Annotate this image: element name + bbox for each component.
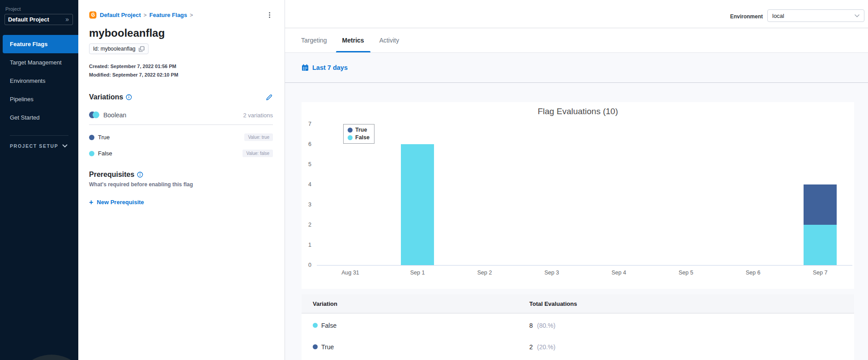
col-header-variation: Variation (313, 300, 337, 307)
flag-evaluations-chart: Flag Evaluations (10) True False 0123456 (302, 102, 854, 289)
false-color-dot (313, 323, 318, 328)
date-range-row: Last 7 days (285, 53, 868, 83)
new-prerequisite-button[interactable]: + New Prerequisite (89, 199, 273, 206)
project-setup-label: PROJECT SETUP (10, 143, 58, 149)
boolean-type-icon (89, 111, 100, 119)
x-axis-tick: Sep 2 (477, 270, 492, 276)
expand-project-icon: » (65, 16, 69, 23)
environment-label: Environment (730, 13, 763, 20)
bar-false-sep-7 (804, 225, 837, 265)
x-axis-tick: Sep 7 (813, 270, 828, 276)
new-prerequisite-label: New Prerequisite (97, 199, 144, 206)
variations-header: Variations (89, 93, 273, 101)
table-header-row: Variation Total Evaluations (302, 294, 854, 313)
sidebar-item-feature-flags[interactable]: Feature Flags (3, 35, 78, 53)
x-axis-tick: Aug 31 (341, 270, 359, 276)
evaluations-table: Variation Total Evaluations False 8 (80.… (302, 294, 854, 360)
x-axis-tick: Sep 5 (679, 270, 694, 276)
breadcrumb-separator: > (144, 12, 147, 18)
variation-value-badge: Value: false (243, 150, 273, 157)
variations-heading: Variations (89, 93, 123, 101)
flag-title: mybooleanflag (89, 27, 273, 39)
sidebar-item-environments[interactable]: Environments (0, 72, 78, 90)
variation-count: 2 variations (243, 112, 273, 119)
date-range-label: Last 7 days (312, 64, 348, 71)
variation-name: False (98, 150, 112, 157)
variation-row-true: True Value: true (89, 133, 273, 141)
edit-variations-icon[interactable] (265, 94, 273, 101)
true-legend-dot (348, 128, 353, 133)
sidebar-item-get-started[interactable]: Get Started (0, 108, 78, 127)
y-axis-tick: 0 (302, 262, 311, 268)
chevron-down-icon (62, 144, 68, 148)
variation-name: True (98, 134, 110, 141)
project-selector-value: Default Project (8, 16, 49, 23)
tab-targeting[interactable]: Targeting (295, 28, 333, 52)
flag-created: Created: September 7, 2022 01:56 PM (89, 62, 273, 71)
bar-true-sep-7 (804, 184, 837, 225)
row-variation-name: False (321, 322, 336, 329)
x-axis-tick: Sep 1 (410, 270, 425, 276)
chart-plot-area: True False 01234567Aug 31Sep 1Sep 2Sep 3… (302, 102, 854, 289)
chevron-down-icon (855, 14, 859, 17)
main-area: Environment local Targeting Metrics Acti… (285, 0, 868, 360)
app-window: Project Default Project » Feature Flags … (0, 0, 868, 360)
plus-icon: + (89, 199, 93, 206)
tab-activity[interactable]: Activity (373, 28, 405, 52)
y-axis-tick: 2 (302, 222, 311, 228)
info-icon[interactable] (137, 171, 143, 178)
x-axis-tick: Sep 3 (545, 270, 559, 276)
calendar-icon (302, 64, 309, 71)
project-label: Project (5, 6, 78, 12)
variation-row-false: False Value: false (89, 150, 273, 157)
flag-id-chip: Id: mybooleanflag (89, 43, 149, 54)
environment-value: local (772, 13, 784, 19)
row-percent: (20.%) (537, 343, 555, 351)
variation-value-badge: Value: true (244, 133, 273, 141)
project-setup-toggle[interactable]: PROJECT SETUP (0, 143, 78, 149)
sidebar-item-pipelines[interactable]: Pipelines (0, 90, 78, 108)
legend-item-false[interactable]: False (348, 134, 370, 141)
false-legend-dot (348, 135, 353, 140)
tab-bar: Targeting Metrics Activity (285, 28, 868, 53)
feature-flags-module-icon (89, 11, 97, 19)
false-color-dot (89, 151, 94, 156)
metrics-content: Flag Evaluations (10) True False 0123456 (285, 83, 868, 360)
row-percent: (80.%) (537, 322, 555, 329)
environment-bar: Environment local (285, 0, 868, 28)
y-axis-tick: 7 (302, 121, 311, 127)
flag-options-menu-button[interactable] (266, 10, 273, 20)
table-row-false: False 8 (80.%) (302, 316, 854, 335)
y-axis-tick: 3 (302, 201, 311, 208)
prerequisites-heading: Prerequisites (89, 171, 134, 179)
x-axis-tick: Sep 6 (746, 270, 761, 276)
project-selector[interactable]: Default Project » (4, 14, 73, 25)
variations-divider (89, 124, 273, 125)
legend-label: False (355, 134, 370, 141)
true-color-dot (89, 135, 94, 140)
environment-select[interactable]: local (767, 9, 864, 22)
sidebar-divider (10, 135, 68, 136)
flag-modified: Modified: September 7, 2022 02:10 PM (89, 71, 273, 79)
sidebar: Project Default Project » Feature Flags … (0, 0, 78, 360)
y-axis-tick: 6 (302, 141, 311, 147)
breadcrumb-project-link[interactable]: Default Project (100, 12, 141, 18)
tab-metrics[interactable]: Metrics (336, 28, 370, 52)
x-axis-line (317, 265, 852, 266)
flag-meta: Created: September 7, 2022 01:56 PM Modi… (89, 62, 273, 79)
legend-label: True (355, 127, 367, 133)
prerequisites-description: What's required before enabling this fla… (89, 181, 273, 188)
row-variation-name: True (321, 343, 334, 351)
breadcrumb-separator: > (190, 12, 193, 18)
breadcrumb-section-link[interactable]: Feature Flags (149, 12, 187, 18)
row-count: 8 (529, 322, 533, 329)
sidebar-item-target-management[interactable]: Target Management (0, 53, 78, 72)
sidebar-nav: Feature Flags Target Management Environm… (0, 35, 78, 127)
date-range-button[interactable]: Last 7 days (302, 64, 348, 71)
info-icon[interactable] (126, 94, 132, 100)
col-header-total-evaluations: Total Evaluations (529, 300, 577, 307)
table-row-true: True 2 (20.%) (302, 337, 854, 356)
copy-icon[interactable] (139, 46, 145, 52)
legend-item-true[interactable]: True (348, 127, 370, 133)
y-axis-tick: 4 (302, 181, 311, 188)
